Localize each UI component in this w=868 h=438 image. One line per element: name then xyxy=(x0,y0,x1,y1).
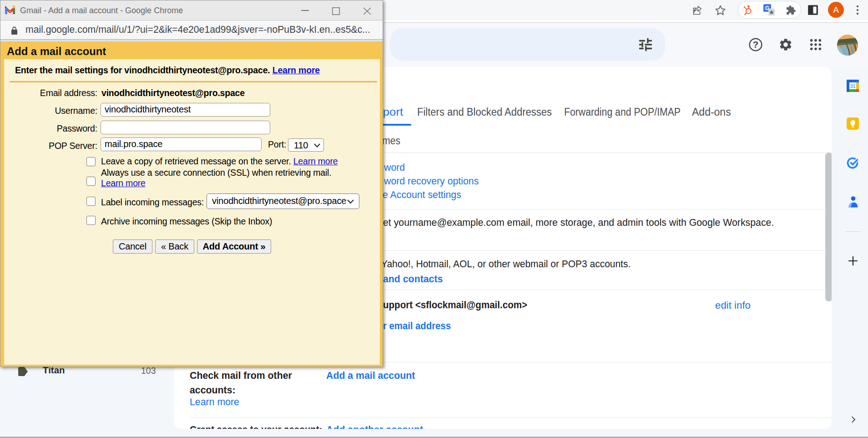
svg-text:31: 31 xyxy=(850,83,855,89)
svg-text:★: ★ xyxy=(769,9,774,15)
